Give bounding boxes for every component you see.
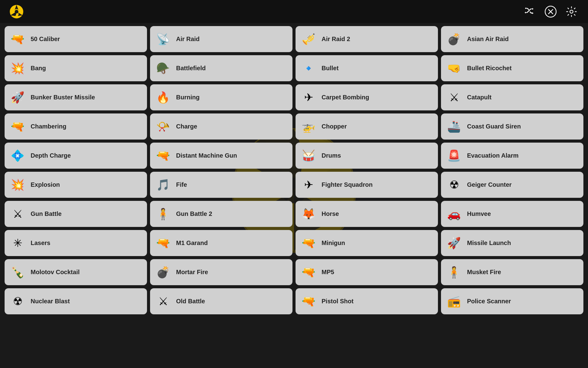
sound-icon-fife: 🎵 <box>155 176 172 193</box>
sound-item-old-battle[interactable]: ⚔Old Battle <box>150 288 292 314</box>
sound-label-mortar-fire: Mortar Fire <box>176 269 208 276</box>
sound-item-mp5[interactable]: 🔫MP5 <box>296 259 438 285</box>
sound-icon-chopper: 🚁 <box>300 118 317 135</box>
sound-label-fighter-squadron: Fighter Squadron <box>322 181 373 188</box>
sound-label-50-caliber: 50 Caliber <box>31 36 60 43</box>
sound-label-drums: Drums <box>322 152 341 159</box>
header-right <box>522 4 579 19</box>
sound-icon-carpet-bombing: ✈ <box>300 89 317 106</box>
sound-icon-explosion: 💥 <box>9 176 26 193</box>
sound-icon-minigun: 🔫 <box>300 235 317 251</box>
sound-item-missile-launch[interactable]: 🚀Missile Launch <box>441 230 583 256</box>
sound-label-chopper: Chopper <box>322 123 347 130</box>
sound-label-bunker-buster-missile: Bunker Buster Missile <box>31 94 95 101</box>
sound-icon-old-battle: ⚔ <box>155 293 172 310</box>
sound-item-gun-battle-2[interactable]: 🧍Gun Battle 2 <box>150 201 292 227</box>
sound-item-catapult[interactable]: ⚔Catapult <box>441 84 583 110</box>
sound-item-fighter-squadron[interactable]: ✈Fighter Squadron <box>296 172 438 198</box>
sound-grid: 🔫50 Caliber📡Air Raid🎺Air Raid 2💣Asian Ai… <box>0 23 588 317</box>
sound-label-minigun: Minigun <box>322 240 345 247</box>
sound-item-bang[interactable]: 💥Bang <box>5 55 147 81</box>
sound-icon-mortar-fire: 💣 <box>155 264 172 281</box>
sound-label-nuclear-blast: Nuclear Blast <box>31 298 70 305</box>
sound-label-gun-battle-2: Gun Battle 2 <box>176 210 212 217</box>
app-logo-icon <box>9 4 24 19</box>
sound-label-police-scanner: Police Scanner <box>467 298 511 305</box>
sound-item-pistol-shot[interactable]: 🔫Pistol Shot <box>296 288 438 314</box>
sound-item-bullet-ricochet[interactable]: 🤜Bullet Ricochet <box>441 55 583 81</box>
sound-item-asian-air-raid[interactable]: 💣Asian Air Raid <box>441 26 583 52</box>
close-button[interactable] <box>543 4 558 19</box>
sound-label-bullet: Bullet <box>322 65 339 72</box>
sound-icon-coast-guard-siren: 🚢 <box>446 118 462 135</box>
sound-label-m1-garand: M1 Garand <box>176 240 208 247</box>
sound-item-coast-guard-siren[interactable]: 🚢Coast Guard Siren <box>441 113 583 140</box>
sound-item-minigun[interactable]: 🔫Minigun <box>296 230 438 256</box>
sound-item-nuclear-blast[interactable]: ☢Nuclear Blast <box>5 288 147 314</box>
sound-icon-missile-launch: 🚀 <box>446 235 462 251</box>
sound-item-mortar-fire[interactable]: 💣Mortar Fire <box>150 259 292 285</box>
sound-icon-drums: 🥁 <box>300 147 317 164</box>
sound-icon-fighter-squadron: ✈ <box>300 176 317 193</box>
sound-icon-geiger-counter: ☢ <box>446 176 462 193</box>
sound-icon-air-raid-2: 🎺 <box>300 31 317 48</box>
sound-item-m1-garand[interactable]: 🔫M1 Garand <box>150 230 292 256</box>
sound-item-drums[interactable]: 🥁Drums <box>296 143 438 169</box>
sound-icon-nuclear-blast: ☢ <box>9 293 26 310</box>
sound-item-fife[interactable]: 🎵Fife <box>150 172 292 198</box>
sound-label-bang: Bang <box>31 65 46 72</box>
sound-item-air-raid-2[interactable]: 🎺Air Raid 2 <box>296 26 438 52</box>
sound-item-distant-machine-gun[interactable]: 🔫Distant Machine Gun <box>150 143 292 169</box>
sound-label-carpet-bombing: Carpet Bombing <box>322 94 369 101</box>
sound-label-horse: Horse <box>322 210 339 217</box>
sound-icon-police-scanner: 📻 <box>446 293 462 310</box>
sound-label-air-raid: Air Raid <box>176 36 200 43</box>
sound-item-explosion[interactable]: 💥Explosion <box>5 172 147 198</box>
sound-label-pistol-shot: Pistol Shot <box>322 298 353 305</box>
sound-icon-bunker-buster-missile: 🚀 <box>9 89 26 106</box>
settings-button[interactable] <box>564 4 579 19</box>
sound-item-carpet-bombing[interactable]: ✈Carpet Bombing <box>296 84 438 110</box>
sound-label-chambering: Chambering <box>31 123 66 130</box>
sound-icon-horse: 🦊 <box>300 205 317 222</box>
sound-icon-air-raid: 📡 <box>155 31 172 48</box>
sound-item-50-caliber[interactable]: 🔫50 Caliber <box>5 26 147 52</box>
sound-label-evacuation-alarm: Evacuation Alarm <box>467 152 518 159</box>
sound-item-humvee[interactable]: 🚗Humvee <box>441 201 583 227</box>
sound-icon-catapult: ⚔ <box>446 89 462 106</box>
sound-item-horse[interactable]: 🦊Horse <box>296 201 438 227</box>
sound-item-musket-fire[interactable]: 🧍Musket Fire <box>441 259 583 285</box>
sound-label-old-battle: Old Battle <box>176 298 205 305</box>
sound-icon-evacuation-alarm: 🚨 <box>446 147 462 164</box>
shuffle-button[interactable] <box>522 4 537 19</box>
sound-item-lasers[interactable]: ✳Lasers <box>5 230 147 256</box>
sound-item-bunker-buster-missile[interactable]: 🚀Bunker Buster Missile <box>5 84 147 110</box>
sound-label-battlefield: Battlefield <box>176 65 206 72</box>
sound-label-lasers: Lasers <box>31 240 51 247</box>
sound-icon-gun-battle: ⚔ <box>9 205 26 222</box>
sound-icon-bang: 💥 <box>9 60 26 77</box>
sound-item-bullet[interactable]: 🔹Bullet <box>296 55 438 81</box>
sound-label-humvee: Humvee <box>467 210 491 217</box>
sound-item-gun-battle[interactable]: ⚔Gun Battle <box>5 201 147 227</box>
sound-item-air-raid[interactable]: 📡Air Raid <box>150 26 292 52</box>
sound-label-fife: Fife <box>176 181 187 188</box>
sound-item-evacuation-alarm[interactable]: 🚨Evacuation Alarm <box>441 143 583 169</box>
sound-icon-burning: 🔥 <box>155 89 172 106</box>
sound-item-chambering[interactable]: 🔫Chambering <box>5 113 147 140</box>
sound-item-burning[interactable]: 🔥Burning <box>150 84 292 110</box>
sound-item-charge[interactable]: 📯Charge <box>150 113 292 140</box>
sound-item-police-scanner[interactable]: 📻Police Scanner <box>441 288 583 314</box>
sound-item-geiger-counter[interactable]: ☢Geiger Counter <box>441 172 583 198</box>
sound-item-molotov-cocktail[interactable]: 🍾Molotov Cocktail <box>5 259 147 285</box>
sound-item-battlefield[interactable]: 🪖Battlefield <box>150 55 292 81</box>
sound-item-chopper[interactable]: 🚁Chopper <box>296 113 438 140</box>
sound-icon-bullet-ricochet: 🤜 <box>446 60 462 77</box>
sound-label-bullet-ricochet: Bullet Ricochet <box>467 65 512 72</box>
svg-point-10 <box>570 10 573 13</box>
sound-label-coast-guard-siren: Coast Guard Siren <box>467 123 521 130</box>
sound-item-depth-charge[interactable]: 💠Depth Charge <box>5 143 147 169</box>
sound-label-asian-air-raid: Asian Air Raid <box>467 36 509 43</box>
sound-label-geiger-counter: Geiger Counter <box>467 181 512 188</box>
app-header <box>0 0 588 23</box>
